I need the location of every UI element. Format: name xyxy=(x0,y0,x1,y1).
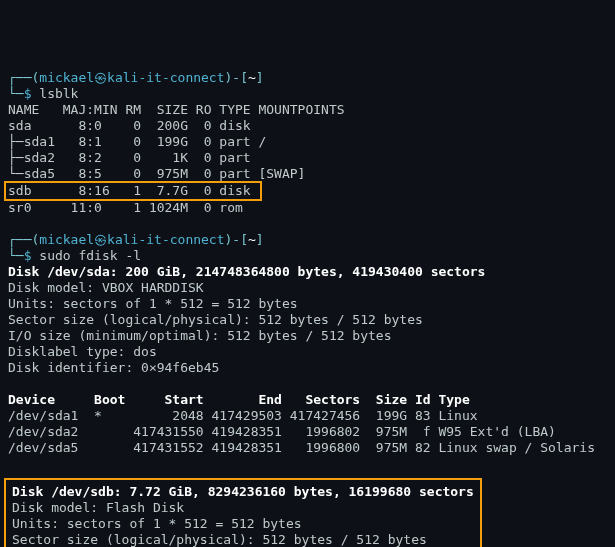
lsblk-row: sr0 11:0 1 1024M 0 rom xyxy=(8,200,258,215)
lsblk-row: ├─sda2 8:2 0 1K 0 part xyxy=(8,150,258,165)
prompt-line2: └─ xyxy=(8,86,24,101)
prompt-host: kali-it-connect xyxy=(107,70,224,85)
disk-sda-info: Disklabel type: dos xyxy=(8,344,157,359)
lsblk-row: └─sda5 8:5 0 975M 0 part [SWAP] xyxy=(8,166,305,181)
prompt-symbol: $ xyxy=(24,86,32,101)
highlighted-sdb-block: Disk /dev/sdb: 7.72 GiB, 8294236160 byte… xyxy=(4,478,482,547)
prompt-user: mickael xyxy=(39,232,94,247)
partition-row: /dev/sda2 417431550 419428351 1996802 97… xyxy=(8,424,556,439)
prompt-end: ] xyxy=(256,70,264,85)
lsblk-row: ├─sda1 8:1 0 199G 0 part / xyxy=(8,134,266,149)
disk-sda-info: I/O size (minimum/optimal): 512 bytes / … xyxy=(8,328,392,343)
disk-sdb-info: Units: sectors of 1 * 512 = 512 bytes xyxy=(12,516,302,531)
terminal-output: ┌──(mickael㉿kali-it-connect)-[~] └─$ lsb… xyxy=(8,70,607,547)
prompt-path: ~ xyxy=(248,70,256,85)
lsblk-header: NAME MAJ:MIN RM SIZE RO TYPE MOUNTPOINTS xyxy=(8,102,345,117)
partition-header: Device Boot Start End Sectors Size Id Ty… xyxy=(8,392,470,407)
prompt-end: ] xyxy=(256,232,264,247)
prompt-line2: └─ xyxy=(8,248,24,263)
prompt-host: kali-it-connect xyxy=(107,232,224,247)
lsblk-row: sda 8:0 0 200G 0 disk xyxy=(8,118,258,133)
prompt-symbol: $ xyxy=(24,248,32,263)
partition-row: /dev/sda5 417431552 419428351 1996800 97… xyxy=(8,440,595,455)
disk-sda-info: Disk identifier: 0×94f6eb45 xyxy=(8,360,219,375)
disk-sda-info: Units: sectors of 1 * 512 = 512 bytes xyxy=(8,296,298,311)
prompt-path: ~ xyxy=(248,232,256,247)
command-fdisk: sudo fdisk -l xyxy=(39,248,141,263)
prompt-user: mickael xyxy=(39,70,94,85)
disk-sdb-title: Disk /dev/sdb: 7.72 GiB, 8294236160 byte… xyxy=(12,484,474,499)
prompt-close: )-[ xyxy=(225,232,248,247)
disk-sda-info: Disk model: VBOX HARDDISK xyxy=(8,280,227,295)
prompt-open: ┌──( xyxy=(8,70,39,85)
disk-sdb-info: Disk model: Flash Disk xyxy=(12,500,231,515)
prompt-at: ㉿ xyxy=(94,232,107,247)
highlighted-sdb-row: sdb 8:16 1 7.7G 0 disk xyxy=(4,181,262,201)
prompt-open: ┌──( xyxy=(8,232,39,247)
command-lsblk: lsblk xyxy=(39,86,78,101)
disk-sdb-info: Sector size (logical/physical): 512 byte… xyxy=(12,532,427,547)
partition-row: /dev/sda1 * 2048 417429503 417427456 199… xyxy=(8,408,478,423)
disk-sda-title: Disk /dev/sda: 200 GiB, 214748364800 byt… xyxy=(8,264,485,279)
prompt-at: ㉿ xyxy=(94,70,107,85)
prompt-close: )-[ xyxy=(225,70,248,85)
disk-sda-info: Sector size (logical/physical): 512 byte… xyxy=(8,312,423,327)
